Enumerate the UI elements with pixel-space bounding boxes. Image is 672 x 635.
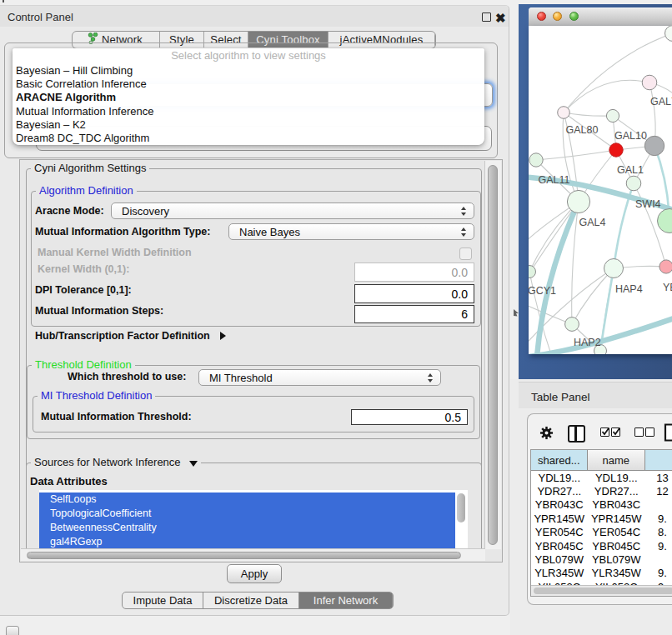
close-icon[interactable]: ✖ [495, 11, 506, 26]
apply-button[interactable]: Apply [227, 564, 282, 583]
network-edge[interactable] [564, 112, 613, 116]
attribute-list-item[interactable]: SelfLoops [39, 492, 455, 507]
gear-icon[interactable] [539, 426, 554, 440]
network-node[interactable] [558, 107, 570, 119]
table-panel-area: Table Panel [510, 379, 672, 635]
settings-content: Cyni Algorithm Settings Algorithm Defini… [21, 161, 485, 549]
horizontal-scrollbar-track[interactable] [21, 548, 485, 561]
column-header-label: name [602, 454, 629, 467]
table-row[interactable]: YBR043C YBR043C [531, 498, 672, 512]
control-panel-titlebar: Control Panel ✖ [0, 6, 509, 27]
network-node-label: GAL7 [650, 96, 672, 108]
select-all-icon[interactable] [600, 428, 609, 437]
bottom-tab[interactable]: Infer Network [299, 592, 393, 608]
bottom-tab[interactable]: Discretize Data [203, 592, 299, 608]
table-column-header[interactable]: name [588, 450, 645, 470]
expand-arrow-icon[interactable] [220, 332, 226, 340]
attribute-list-item[interactable]: gal4RGexp [39, 535, 455, 549]
mi-algorithm-type-combobox[interactable]: Naive Bayes [228, 223, 474, 240]
network-canvas[interactable]: GAL7GAL80GAL10GAL1GAL11SWI4GAL4GCY1HAP4Y… [529, 26, 672, 354]
table-row[interactable]: YBL079W YBL079W [531, 552, 672, 566]
zoom-traffic-light-icon[interactable] [569, 12, 579, 21]
deselect-all-icon-2[interactable] [645, 428, 654, 437]
network-node[interactable] [658, 209, 672, 233]
algorithm-option[interactable]: Dream8 DC_TDC Algorithm [13, 132, 484, 145]
mi-steps-field[interactable]: 6 [354, 305, 474, 323]
algorithm-option[interactable]: Basic Correlation Inference [13, 78, 484, 91]
table-row[interactable]: YER054C YER054C 8. [531, 526, 672, 539]
network-node[interactable] [567, 190, 589, 212]
table-row[interactable]: YPR145W YPR145W 9. [531, 512, 672, 525]
network-node[interactable] [642, 75, 657, 90]
network-node-label: GAL80 [566, 124, 599, 136]
cell-shared-name: YDR27... [531, 484, 588, 498]
network-edge[interactable] [572, 268, 614, 324]
network-node-label: GCY1 [529, 285, 556, 297]
close-traffic-light-icon[interactable] [537, 12, 546, 21]
network-node[interactable] [644, 136, 664, 155]
algorithm-dropdown-popup: Select algorithm to view settings Bayesi… [13, 48, 484, 145]
collapse-arrow-icon[interactable] [189, 461, 198, 467]
mi-threshold-field[interactable]: 0.5 [351, 409, 468, 425]
algorithm-option[interactable]: Mutual Information Inference [13, 105, 484, 118]
document-icon[interactable] [664, 423, 672, 442]
network-node[interactable] [626, 176, 641, 191]
dpi-tolerance-field[interactable]: 0.0 [354, 284, 474, 303]
split-view-icon[interactable] [568, 425, 585, 442]
aracne-mode-combobox[interactable]: Discovery [111, 202, 474, 219]
taskbar-mini-icon[interactable] [6, 626, 19, 635]
table-column-header[interactable]: shared... [531, 450, 588, 470]
cell-shared-name: YBL079W [531, 552, 588, 566]
algorithm-option[interactable]: ARACNE Algorithm [13, 91, 484, 104]
combobox-value: Discovery [122, 205, 169, 218]
float-window-icon[interactable] [482, 12, 491, 22]
table-row[interactable]: YLR345W YLR345W 9. [531, 567, 672, 580]
network-node[interactable] [565, 318, 579, 332]
vertical-scrollbar-track[interactable] [484, 161, 501, 549]
bottom-tab[interactable]: Impute Data [123, 592, 203, 608]
network-node-label: GAL10 [614, 130, 647, 142]
cell-shared-name: YLR345W [531, 567, 588, 580]
data-attributes-list: SelfLoopsTopologicalCoefficientBetweenne… [39, 490, 468, 549]
network-view-window: GAL7GAL80GAL10GAL1GAL11SWI4GAL4GCY1HAP4Y… [519, 4, 672, 379]
kernel-width-field[interactable]: 0.0 [354, 262, 474, 282]
table-column-header[interactable] [645, 450, 672, 470]
algorithm-option[interactable]: Bayesian – Hill Climbing [13, 64, 484, 78]
vertical-scrollbar-thumb[interactable] [488, 165, 498, 545]
network-node[interactable] [606, 109, 619, 122]
network-edge[interactable] [564, 80, 649, 112]
network-node[interactable] [665, 26, 672, 42]
hub-definition-text: Hub/Transcription Factor Definition [35, 330, 210, 342]
algorithm-options-list: Bayesian – Hill Climbing Basic Correlati… [13, 64, 484, 145]
network-edge[interactable] [536, 150, 616, 160]
list-scrollbar-thumb[interactable] [457, 493, 465, 522]
cell-value: 13 [645, 471, 672, 484]
dpi-tolerance-label: DPI Tolerance [0,1]: [35, 285, 132, 296]
algorithm-option-label: Bayesian – K2 [16, 118, 86, 131]
combobox-value: Naive Bayes [239, 226, 300, 238]
algorithm-option[interactable]: Bayesian – K2 [13, 118, 484, 132]
table-row[interactable]: YDL19... YDL19... 13 [531, 471, 672, 484]
table-row[interactable]: YBR045C YBR045C 9. [531, 539, 672, 552]
attribute-list-item[interactable]: TopologicalCoefficient [39, 507, 455, 521]
attribute-list-item[interactable]: BetweennessCentrality [39, 521, 455, 535]
groupbox-title: Algorithm Definition [36, 185, 137, 197]
network-node[interactable] [529, 153, 543, 167]
network-node[interactable] [609, 143, 623, 157]
network-node[interactable] [529, 266, 536, 278]
which-threshold-combobox[interactable]: MI Threshold [198, 369, 441, 386]
network-node[interactable] [659, 260, 672, 273]
network-node[interactable] [604, 259, 624, 278]
manual-kernel-width-checkbox[interactable] [459, 248, 472, 260]
groupbox-title: MI Threshold Definition [38, 390, 155, 402]
cell-value [645, 498, 672, 512]
minimize-traffic-light-icon[interactable] [553, 12, 562, 21]
cell-shared-name: YPR145W [531, 512, 588, 525]
table-row[interactable]: YDR27... YDR27... 12 [531, 484, 672, 498]
select-all-icon-2[interactable] [611, 428, 620, 437]
table-hscrollbar-track[interactable] [531, 585, 672, 596]
deselect-all-icon[interactable] [634, 428, 644, 437]
table-hscrollbar-thumb[interactable] [534, 588, 672, 594]
hub-definition-label[interactable]: Hub/Transcription Factor Definition [35, 331, 226, 342]
horizontal-scrollbar-thumb[interactable] [27, 552, 461, 559]
